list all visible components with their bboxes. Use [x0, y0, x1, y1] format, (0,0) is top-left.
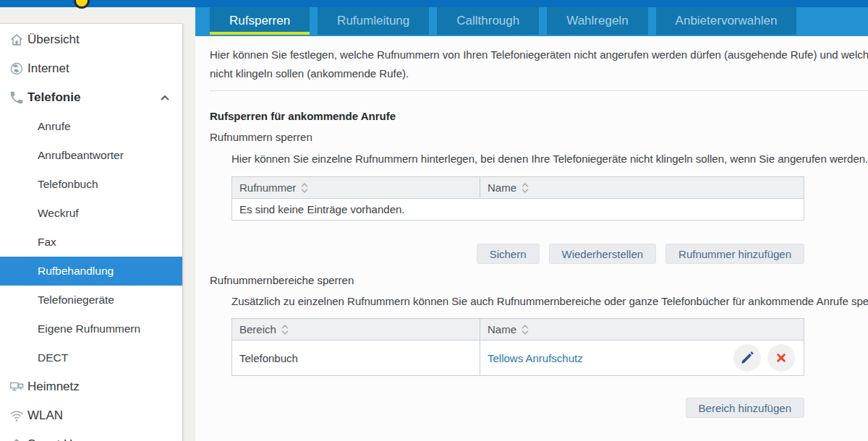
- ranges-button-row: Bereich hinzufügen: [231, 398, 804, 418]
- sort-icon: [300, 182, 309, 194]
- sidebar-item-telefonie[interactable]: Telefonie: [0, 83, 182, 112]
- name-cell: Tellows Anrufschutz: [480, 341, 804, 376]
- table-row-empty: Es sind keine Einträge vorhanden.: [232, 199, 804, 220]
- sidebar-item-label: Rufbehandlung: [38, 265, 114, 278]
- sidebar-item-label: Anrufbeantworter: [38, 149, 124, 162]
- column-header-rufnummer[interactable]: Rufnummer: [232, 177, 480, 199]
- sidebar-item-eigene-rufnummern[interactable]: Eigene Rufnummern: [0, 314, 182, 343]
- sort-icon: [521, 182, 529, 194]
- sort-icon: [521, 324, 529, 335]
- sidebar-item-label: Telefonie: [27, 90, 80, 105]
- sidebar-item-label: Smart Home: [27, 437, 96, 441]
- pencil-icon: [739, 350, 755, 366]
- phone-icon: [9, 90, 25, 106]
- rufnummer-hinzufuegen-button[interactable]: Rufnummer hinzufügen: [665, 244, 804, 264]
- tab-label: Anbietervorwahlen: [676, 14, 778, 28]
- x-icon: [775, 351, 788, 364]
- ranges-block-description: Zusätzlich zu einzelnen Rufnummern könne…: [231, 295, 868, 307]
- sidebar-item-dect[interactable]: DECT: [0, 343, 182, 372]
- blocked-numbers-table: Rufnummer Name Es sind keine Einträge vo…: [231, 176, 804, 220]
- row-actions: [733, 344, 795, 372]
- tab-label: Wahlregeln: [566, 14, 628, 28]
- column-label: Bereich: [239, 323, 276, 335]
- wiederherstellen-button[interactable]: Wiederherstellen: [549, 244, 657, 264]
- table-row-telefonbuch: Telefonbuch Tellows Anrufschutz: [232, 341, 804, 376]
- page-intro-line-2: nicht klingeln sollen (ankommende Rufe).: [210, 64, 868, 83]
- sidebar-item-telefoniegeraete[interactable]: Telefoniegeräte: [0, 286, 182, 314]
- sidebar-item-label: Heimnetz: [27, 380, 80, 394]
- rufsperren-page: Hier können Sie festlegen, welche Rufnum…: [195, 36, 868, 418]
- page-intro-line-1: Hier können Sie festlegen, welche Rufnum…: [210, 46, 868, 64]
- sidebar-nav-panel: Übersicht Internet Telefonie Anrufe Anru…: [0, 23, 183, 441]
- divider: [210, 90, 868, 91]
- sidebar-item-label: WLAN: [27, 408, 63, 423]
- ranges-block-title: Rufnummernbereiche sperren: [210, 274, 868, 286]
- edit-button[interactable]: [733, 344, 761, 372]
- sidebar-item-label: Telefoniegeräte: [38, 294, 114, 307]
- main-content: Rufsperren Rufumleitung Callthrough Wahl…: [195, 7, 868, 441]
- sidebar-item-anrufe[interactable]: Anrufe: [0, 112, 182, 141]
- sidebar-item-heimnetz[interactable]: Heimnetz: [0, 372, 182, 401]
- column-label: Name: [488, 323, 516, 335]
- sidebar-item-label: Weckruf: [38, 207, 79, 220]
- numbers-button-row: Sichern Wiederherstellen Rufnummer hinzu…: [231, 244, 804, 264]
- sidebar-item-telefonbuch[interactable]: Telefonbuch: [0, 170, 182, 199]
- blocked-ranges-table: Bereich Name Telefonbuch Tellows Anrufsc…: [231, 318, 804, 376]
- chevron-up-icon: [159, 93, 171, 104]
- column-header-name[interactable]: Name: [480, 319, 804, 341]
- numbers-block-title: Rufnummern sperren: [210, 131, 868, 143]
- empty-table-message: Es sind keine Einträge vorhanden.: [232, 199, 804, 220]
- sidebar-item-label: Telefonbuch: [38, 178, 98, 191]
- bereich-hinzufuegen-button[interactable]: Bereich hinzufügen: [686, 398, 804, 418]
- sidebar-item-label: Fax: [38, 236, 56, 249]
- table-header-row: Rufnummer Name: [232, 177, 804, 199]
- sidebar-item-fax[interactable]: Fax: [0, 228, 182, 257]
- sidebar-item-uebersicht[interactable]: Übersicht: [0, 25, 182, 54]
- sichern-button[interactable]: Sichern: [477, 244, 540, 264]
- tab-anbietervorwahlen[interactable]: Anbietervorwahlen: [656, 7, 797, 35]
- section-heading: Rufsperren für ankommende Anrufe: [210, 110, 868, 122]
- column-header-bereich[interactable]: Bereich: [232, 319, 480, 341]
- network-icon: [9, 379, 25, 395]
- sidebar-item-weckruf[interactable]: Weckruf: [0, 199, 182, 228]
- sidebar-item-label: Internet: [27, 61, 69, 76]
- tab-label: Rufsperren: [229, 14, 290, 28]
- globe-icon: [9, 61, 25, 77]
- sidebar-item-rufbehandlung[interactable]: Rufbehandlung: [0, 257, 182, 286]
- tab-wahlregeln[interactable]: Wahlregeln: [547, 7, 647, 35]
- numbers-block-description: Hier können Sie einzelne Rufnummern hint…: [231, 153, 868, 165]
- wifi-icon: [9, 408, 25, 424]
- tab-rufsperren[interactable]: Rufsperren: [210, 7, 310, 35]
- delete-button[interactable]: [767, 344, 795, 372]
- sidebar-item-smart-home[interactable]: Smart Home: [0, 430, 182, 441]
- tab-bar: Rufsperren Rufumleitung Callthrough Wahl…: [195, 7, 868, 36]
- tab-label: Callthrough: [456, 14, 519, 28]
- bereich-cell: Telefonbuch: [232, 341, 480, 376]
- sidebar-item-label: DECT: [38, 351, 68, 364]
- sidebar-item-wlan[interactable]: WLAN: [0, 401, 182, 430]
- tellows-anrufschutz-link[interactable]: Tellows Anrufschutz: [488, 352, 583, 364]
- column-header-name[interactable]: Name: [480, 177, 804, 199]
- column-label: Name: [488, 181, 516, 194]
- sidebar-item-internet[interactable]: Internet: [0, 54, 182, 83]
- sidebar-item-label: Anrufe: [38, 120, 71, 133]
- tab-callthrough[interactable]: Callthrough: [437, 7, 539, 35]
- sidebar-item-anrufbeantworter[interactable]: Anrufbeantworter: [0, 141, 182, 170]
- smart-home-icon: [9, 437, 25, 441]
- sidebar-item-label: Eigene Rufnummern: [38, 322, 140, 335]
- tab-label: Rufumleitung: [337, 14, 409, 28]
- top-header-bar: [0, 0, 868, 7]
- tab-rufumleitung[interactable]: Rufumleitung: [318, 7, 429, 35]
- table-header-row: Bereich Name: [232, 319, 804, 341]
- home-icon: [9, 32, 25, 48]
- column-label: Rufnummer: [239, 181, 296, 194]
- sidebar-item-label: Übersicht: [27, 33, 80, 47]
- sort-icon: [281, 324, 289, 335]
- sidebar: Übersicht Internet Telefonie Anrufe Anru…: [0, 7, 195, 441]
